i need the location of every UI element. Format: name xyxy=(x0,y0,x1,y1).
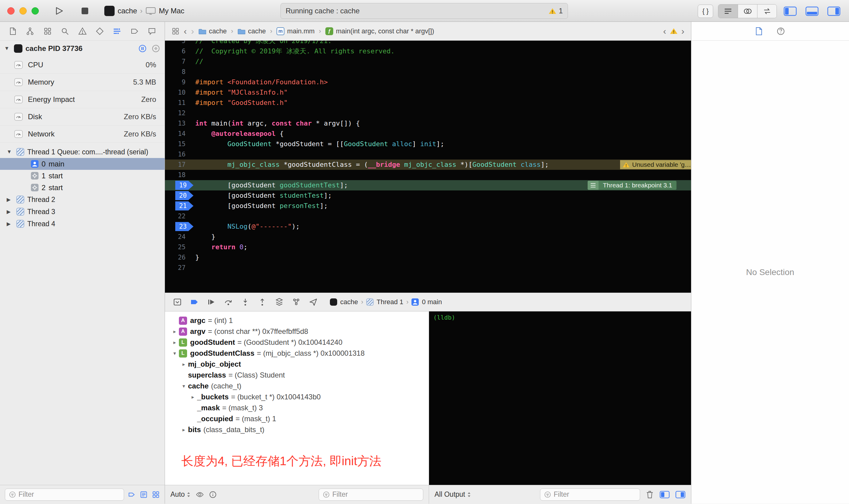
gauge-row-network[interactable]: NetworkZero KB/s xyxy=(0,126,165,143)
line-number-gutter[interactable]: 11 xyxy=(165,98,194,108)
disclosure-triangle[interactable]: ▸ xyxy=(180,361,188,367)
disclosure-triangle[interactable]: ▶ xyxy=(7,221,13,227)
close-window-button[interactable] xyxy=(7,7,15,15)
symbol-navigator-icon[interactable] xyxy=(43,26,52,36)
stop-button[interactable] xyxy=(78,4,92,18)
variable-row[interactable]: ▸LgoodStudent= (GoodStudent *) 0x1004142… xyxy=(165,337,429,348)
breadcrumb-group[interactable]: cache xyxy=(237,27,266,35)
gauge-row-disk[interactable]: DiskZero KB/s xyxy=(0,108,165,126)
line-number-gutter[interactable]: 25 xyxy=(165,242,194,252)
navigator-filter-input[interactable]: Filter xyxy=(5,488,124,501)
step-into-icon[interactable] xyxy=(240,297,251,307)
source-control-navigator-icon[interactable] xyxy=(25,26,35,36)
gauge-row-cpu[interactable]: CPU0% xyxy=(0,56,165,74)
toggle-navigator-button[interactable] xyxy=(782,4,799,18)
line-number-gutter[interactable]: 8 xyxy=(165,67,194,77)
disclosure-triangle[interactable]: ▸ xyxy=(180,427,188,433)
code-line[interactable]: 9#import <Foundation/Foundation.h> xyxy=(165,77,691,87)
disclosure-triangle[interactable]: ▸ xyxy=(170,339,179,346)
variable-row[interactable]: ▾LgoodStudentClass= (mj_objc_class *) 0x… xyxy=(165,348,429,359)
code-snippets-button[interactable]: { } xyxy=(698,4,713,18)
disclosure-triangle[interactable]: ▾ xyxy=(180,383,188,389)
disclosure-triangle[interactable]: ▼ xyxy=(7,149,13,155)
warning-count-badge[interactable]: 1 xyxy=(548,7,563,15)
code-line[interactable]: 17 mj_objc_class *goodStudentClass = (__… xyxy=(165,160,691,170)
code-line[interactable]: 21 [goodStudent personTest]; xyxy=(165,201,691,211)
line-number-gutter[interactable]: 14 xyxy=(165,129,194,139)
line-number-gutter[interactable]: 12 xyxy=(165,108,194,118)
find-navigator-icon[interactable] xyxy=(60,26,70,36)
line-number-gutter[interactable]: 21 xyxy=(165,201,194,211)
disclosure-triangle[interactable]: ▶ xyxy=(7,197,13,203)
line-number-gutter[interactable]: 15 xyxy=(165,139,194,149)
assistant-editor-button[interactable] xyxy=(738,4,757,18)
thread-row[interactable]: ▼Thread 1 Queue: com....-thread (serial) xyxy=(0,146,165,158)
pause-process-icon[interactable] xyxy=(139,44,146,52)
code-line[interactable]: 16 xyxy=(165,149,691,160)
run-button[interactable] xyxy=(52,4,66,18)
line-number-gutter[interactable]: 5 xyxy=(165,41,194,46)
code-line[interactable]: 18 xyxy=(165,170,691,180)
zoom-window-button[interactable] xyxy=(32,7,39,15)
code-line[interactable]: 10#import "MJClassInfo.h" xyxy=(165,87,691,98)
hide-debug-area-icon[interactable] xyxy=(172,297,183,307)
go-forward-button[interactable]: › xyxy=(191,27,194,36)
filter-breakpoints-icon[interactable] xyxy=(128,491,136,499)
stack-frame-row[interactable]: 1start xyxy=(0,170,165,182)
code-line[interactable]: 14 @autoreleasepool { xyxy=(165,129,691,139)
line-number-gutter[interactable]: 22 xyxy=(165,211,194,221)
file-inspector-icon[interactable] xyxy=(755,27,763,36)
code-line[interactable]: 27 xyxy=(165,263,691,273)
code-line[interactable]: 19 [goodStudent goodStudentTest];Thread … xyxy=(165,180,691,191)
code-line[interactable]: 13int main(int argc, const char * argv[]… xyxy=(165,118,691,129)
toggle-debug-area-button[interactable] xyxy=(803,4,820,18)
debug-crumb-frame[interactable]: 0 main xyxy=(422,298,442,306)
line-number-gutter[interactable]: 9 xyxy=(165,77,194,87)
step-out-icon[interactable] xyxy=(257,297,268,307)
debug-crumb-process[interactable]: cache xyxy=(340,298,358,306)
variables-filter-input[interactable]: Filter xyxy=(319,488,423,501)
code-line[interactable]: 22 xyxy=(165,211,691,221)
breakpoint-marker[interactable]: 19 xyxy=(175,181,194,190)
project-navigator-icon[interactable] xyxy=(8,26,18,36)
console-output-selector[interactable]: All Output xyxy=(434,490,471,499)
breadcrumb-symbol[interactable]: ƒ main(int argc, const char * argv[]) xyxy=(325,27,434,35)
variable-row[interactable]: ▸mj_objc_object xyxy=(165,359,429,370)
related-items-icon[interactable] xyxy=(171,27,180,35)
variable-row[interactable]: Aargc= (int) 1 xyxy=(165,315,429,326)
code-line[interactable]: 5// Created by 冰凌天 on 2019/1/21. xyxy=(165,41,691,46)
simulate-location-icon[interactable] xyxy=(308,297,319,307)
line-number-gutter[interactable]: 10 xyxy=(165,87,194,98)
disclosure-triangle[interactable]: ▶ xyxy=(7,209,13,215)
stack-frame-row[interactable]: 2start xyxy=(0,182,165,194)
process-row[interactable]: ▼ cache PID 37736 xyxy=(0,41,165,56)
code-line[interactable]: 12 xyxy=(165,108,691,118)
version-editor-button[interactable] xyxy=(757,4,777,18)
inline-warning-badge[interactable]: Unused variable 'g… xyxy=(620,160,691,169)
gauge-row-memory[interactable]: Memory5.3 MB xyxy=(0,74,165,91)
standard-editor-button[interactable] xyxy=(718,4,738,18)
breakpoint-marker[interactable]: 21 xyxy=(175,201,194,211)
previous-issue-button[interactable]: ‹ xyxy=(663,27,666,36)
code-line[interactable]: 6// Copyright © 2019年 冰凌天. All rights re… xyxy=(165,46,691,56)
code-line[interactable]: 15 GoodStudent *goodStudent = [[GoodStud… xyxy=(165,139,691,149)
go-back-button[interactable]: ‹ xyxy=(184,27,187,36)
filter-stack-frames-icon[interactable] xyxy=(140,491,148,499)
code-line[interactable]: 8 xyxy=(165,67,691,77)
step-over-icon[interactable] xyxy=(223,297,234,307)
code-line[interactable]: 20 [goodStudent studentTest]; xyxy=(165,191,691,201)
variable-row[interactable]: ▸Aargv= (const char **) 0x7ffeefbff5d8 xyxy=(165,326,429,337)
toggle-inspector-button[interactable] xyxy=(825,4,842,18)
code-line[interactable]: 23 NSLog(@"-------"); xyxy=(165,221,691,232)
disclosure-triangle[interactable]: ▼ xyxy=(4,46,11,52)
disclosure-triangle[interactable]: ▸ xyxy=(188,394,197,400)
show-variables-view-icon[interactable] xyxy=(660,491,670,499)
console-view[interactable]: (lldb) xyxy=(429,311,691,485)
line-number-gutter[interactable]: 19 xyxy=(165,180,194,191)
line-number-gutter[interactable]: 20 xyxy=(165,191,194,201)
memory-gauge-icon[interactable] xyxy=(152,44,160,52)
line-number-gutter[interactable]: 16 xyxy=(165,149,194,160)
minimize-window-button[interactable] xyxy=(19,7,27,15)
variable-row[interactable]: ▸_buckets= (bucket_t *) 0x1004143b0 xyxy=(165,392,429,402)
breadcrumb-file[interactable]: m main.mm xyxy=(276,27,314,35)
